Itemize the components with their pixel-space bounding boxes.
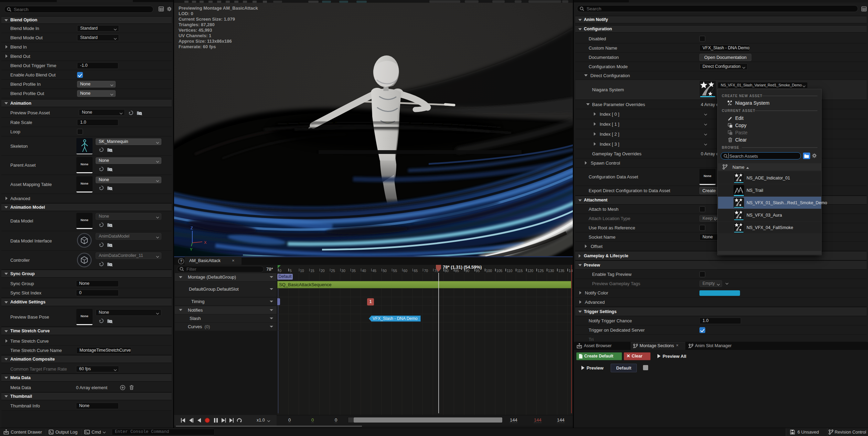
svg-text:Y: Y	[190, 247, 193, 251]
svg-text:Z: Z	[191, 226, 193, 230]
svg-text:X: X	[204, 240, 207, 245]
